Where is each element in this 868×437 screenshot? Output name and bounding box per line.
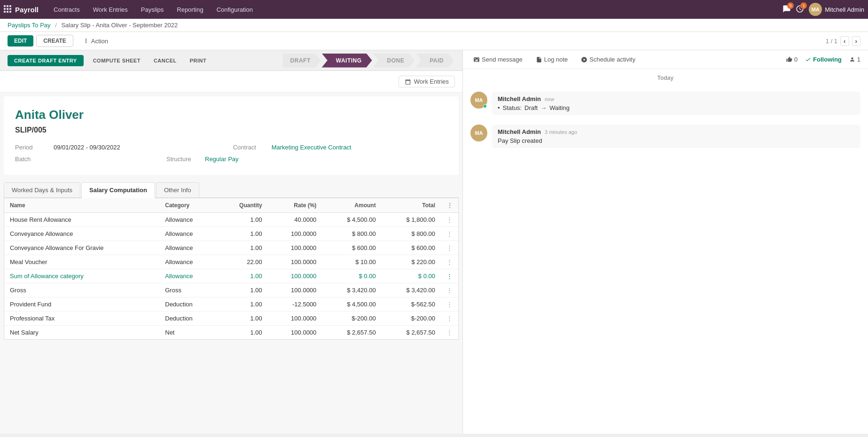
- col-options[interactable]: ⋮: [441, 198, 458, 213]
- subscribers-count[interactable]: 1: [849, 56, 860, 63]
- menu-payslips[interactable]: Payslips: [135, 3, 169, 16]
- send-message-label: Send message: [482, 56, 523, 63]
- row-options[interactable]: ⋮: [441, 241, 458, 255]
- form-content: Anita Oliver SLIP/005 Period 09/01/2022 …: [4, 96, 459, 175]
- structure-value[interactable]: Regular Pay: [205, 156, 239, 163]
- log-note-button[interactable]: Log note: [533, 54, 571, 65]
- pagination-text: 1 / 1: [826, 38, 837, 45]
- cell-name: Conveyance Allowance For Gravie: [4, 241, 159, 255]
- create-draft-button[interactable]: CREATE DRAFT ENTRY: [8, 55, 84, 66]
- period-field: Period 09/01/2022 - 09/30/2022: [15, 144, 120, 151]
- svg-rect-8: [9, 11, 11, 13]
- table-row[interactable]: Meal Voucher Allowance 22.00 100.0000 $ …: [4, 255, 458, 269]
- cell-total: $-200.00: [382, 312, 441, 326]
- col-category: Category: [159, 198, 217, 213]
- action-dropdown[interactable]: Action: [83, 38, 108, 45]
- cell-name: Net Salary: [4, 326, 159, 340]
- chatter-message-1: MA Mitchell Admin now • Status: Draft → …: [463, 87, 868, 120]
- table-row[interactable]: Conveyance Allowance Allowance 1.00 100.…: [4, 227, 458, 241]
- table-row[interactable]: Professional Tax Deduction 1.00 100.0000…: [4, 312, 458, 326]
- cell-rate: 100.0000: [268, 312, 322, 326]
- cell-category: Allowance: [159, 255, 217, 269]
- main-layout: CREATE DRAFT ENTRY COMPUTE SHEET CANCEL …: [0, 50, 868, 434]
- tab-worked-days[interactable]: Worked Days & Inputs: [4, 182, 80, 197]
- cell-amount: $ 4,500.00: [322, 297, 381, 312]
- work-entries-label: Work Entries: [414, 78, 449, 85]
- table-row[interactable]: Sum of Allowance category Allowance 1.00…: [4, 269, 458, 283]
- svg-rect-5: [9, 8, 11, 10]
- chatter-avatar-1: MA: [470, 92, 487, 109]
- tab-other-info[interactable]: Other Info: [156, 182, 199, 197]
- pipeline-step-paid[interactable]: PAID: [415, 54, 454, 68]
- cell-rate: 100.0000: [268, 326, 322, 340]
- schedule-activity-button[interactable]: Schedule activity: [578, 54, 638, 65]
- row-options[interactable]: ⋮: [441, 227, 458, 241]
- cell-total: $ 220.00: [382, 255, 441, 269]
- menu-contracts[interactable]: Contracts: [48, 3, 86, 16]
- compute-sheet-button[interactable]: COMPUTE SHEET: [86, 55, 147, 66]
- cell-rate: 100.0000: [268, 269, 322, 283]
- print-button[interactable]: PRINT: [183, 55, 213, 66]
- cell-name: Conveyance Allowance: [4, 227, 159, 241]
- row-options[interactable]: ⋮: [441, 283, 458, 297]
- employee-name: Anita Oliver: [15, 108, 447, 122]
- row-options[interactable]: ⋮: [441, 269, 458, 283]
- clock-icon-button[interactable]: 1: [796, 5, 804, 15]
- cell-rate: -12.5000: [268, 297, 322, 312]
- menu-configuration[interactable]: Configuration: [211, 3, 258, 16]
- next-record-button[interactable]: ›: [852, 36, 860, 46]
- work-entries-button[interactable]: Work Entries: [399, 76, 455, 87]
- pipeline-step-done[interactable]: DONE: [373, 54, 415, 68]
- followers-count-value: 0: [794, 56, 798, 63]
- row-options[interactable]: ⋮: [441, 312, 458, 326]
- prev-record-button[interactable]: ‹: [840, 36, 849, 46]
- cell-rate: 40.0000: [268, 213, 322, 227]
- salary-computation-table: Name Category Quantity Rate (%) Amount T…: [4, 198, 459, 340]
- row-options[interactable]: ⋮: [441, 326, 458, 340]
- pipeline-step-waiting[interactable]: WAITING: [322, 54, 372, 68]
- grid-icon[interactable]: [4, 5, 11, 14]
- table-row[interactable]: Conveyance Allowance For Gravie Allowanc…: [4, 241, 458, 255]
- action-label: Action: [91, 38, 108, 45]
- chatter-author-1: Mitchell Admin: [498, 95, 541, 102]
- following-button[interactable]: Following: [805, 56, 842, 63]
- cell-rate: 100.0000: [268, 241, 322, 255]
- chatter-message-2: MA Mitchell Admin 3 minutes ago Pay Slip…: [463, 120, 868, 153]
- send-message-button[interactable]: Send message: [470, 54, 525, 65]
- create-button[interactable]: CREATE: [36, 35, 73, 47]
- table-row[interactable]: Gross Gross 1.00 100.0000 $ 3,420.00 $ 3…: [4, 283, 458, 297]
- chat-icon-button[interactable]: 5: [782, 5, 791, 15]
- form-row-period: Period 09/01/2022 - 09/30/2022 Contract …: [15, 144, 447, 151]
- slip-number: SLIP/005: [15, 126, 447, 134]
- cell-rate: 100.0000: [268, 283, 322, 297]
- row-options[interactable]: ⋮: [441, 255, 458, 269]
- form-row-batch: Batch Structure Regular Pay: [15, 156, 447, 163]
- breadcrumb-parent[interactable]: Payslips To Pay: [8, 22, 51, 29]
- menu-reporting[interactable]: Reporting: [171, 3, 209, 16]
- table-row[interactable]: Net Salary Net 1.00 100.0000 $ 2,657.50 …: [4, 326, 458, 340]
- pagination-area: 1 / 1 ‹ ›: [826, 36, 860, 46]
- chatter-bubble-1: Mitchell Admin now • Status: Draft → Wai…: [492, 92, 860, 115]
- svg-rect-6: [4, 11, 6, 13]
- cell-category: Allowance: [159, 227, 217, 241]
- menu-work-entries[interactable]: Work Entries: [87, 3, 133, 16]
- cell-category: Net: [159, 326, 217, 340]
- user-avatar-button[interactable]: MA Mitchell Admin: [809, 3, 864, 16]
- edit-button[interactable]: EDIT: [8, 35, 33, 47]
- col-amount: Amount: [322, 198, 381, 213]
- chatter-time-2: 3 minutes ago: [545, 129, 577, 135]
- chatter-author-2: Mitchell Admin: [498, 128, 541, 135]
- chatter-bubble-2: Mitchell Admin 3 minutes ago Pay Slip cr…: [492, 125, 860, 148]
- pipeline-step-draft[interactable]: DRAFT: [283, 54, 321, 68]
- cancel-button[interactable]: CANCEL: [147, 55, 183, 66]
- pipeline-steps: DRAFT WAITING DONE PAID: [283, 54, 455, 68]
- cell-total: $ 1,800.00: [382, 213, 441, 227]
- tab-salary-computation[interactable]: Salary Computation: [81, 182, 155, 198]
- cell-rate: 100.0000: [268, 227, 322, 241]
- table-row[interactable]: House Rent Allowance Allowance 1.00 40.0…: [4, 213, 458, 227]
- followers-count[interactable]: 0: [786, 56, 798, 63]
- contract-value[interactable]: Marketing Executive Contract: [272, 144, 352, 151]
- row-options[interactable]: ⋮: [441, 213, 458, 227]
- table-row[interactable]: Provident Fund Deduction 1.00 -12.5000 $…: [4, 297, 458, 312]
- row-options[interactable]: ⋮: [441, 297, 458, 312]
